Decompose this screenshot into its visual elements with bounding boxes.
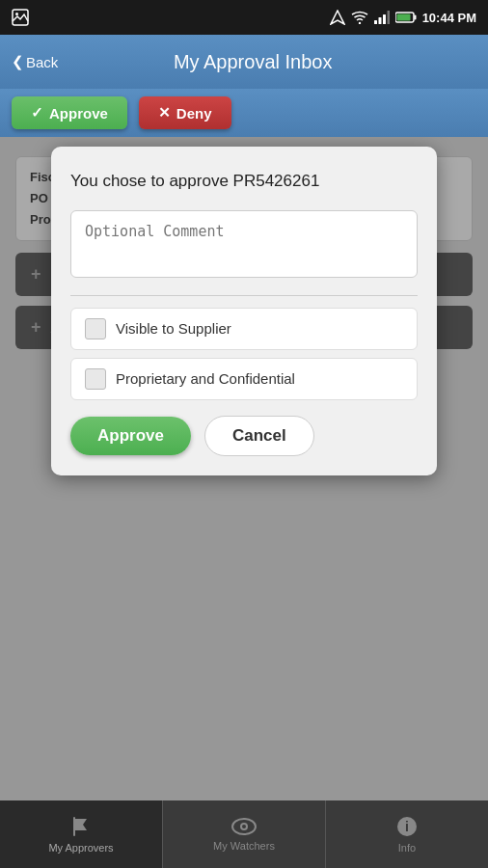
tab-my-watchers-label: My Watchers <box>213 840 275 852</box>
approval-modal: You chose to approve PR5426261 Visible t… <box>51 147 437 475</box>
chevron-left-icon <box>12 53 24 70</box>
flag-icon <box>69 815 93 838</box>
approve-top-label: Approve <box>49 105 108 122</box>
header: Back My Approval Inbox <box>0 35 488 89</box>
svg-text:i: i <box>405 819 409 834</box>
svg-rect-10 <box>396 14 410 21</box>
tab-info-label: Info <box>398 842 416 854</box>
cancel-modal-button[interactable]: Cancel <box>204 416 314 456</box>
approve-modal-button[interactable]: Approve <box>70 417 191 455</box>
page-title: My Approval Inbox <box>68 51 438 73</box>
tab-info[interactable]: i Info <box>326 800 488 868</box>
signal-icon <box>374 11 390 24</box>
battery-icon <box>395 12 417 23</box>
svg-rect-4 <box>374 20 377 24</box>
svg-rect-9 <box>414 15 416 20</box>
comment-input[interactable] <box>70 210 418 278</box>
deny-top-label: Deny <box>176 105 212 122</box>
svg-rect-7 <box>387 11 390 24</box>
cancel-modal-label: Cancel <box>232 426 286 445</box>
svg-point-13 <box>242 825 246 828</box>
modal-actions: Approve Cancel <box>70 416 418 456</box>
svg-point-3 <box>358 22 360 24</box>
svg-rect-6 <box>383 14 386 24</box>
deny-top-button[interactable]: Deny <box>139 96 231 129</box>
svg-rect-5 <box>378 17 381 24</box>
tab-my-approvers-label: My Approvers <box>48 842 113 854</box>
tab-bar: My Approvers My Watchers i Info <box>0 800 488 868</box>
tab-my-approvers[interactable]: My Approvers <box>0 800 163 868</box>
back-label: Back <box>26 54 58 70</box>
status-bar-right: 10:44 PM <box>330 10 476 25</box>
modal-overlay: You chose to approve PR5426261 Visible t… <box>0 137 488 800</box>
proprietary-confidential-row[interactable]: Proprietary and Confidential <box>70 358 418 400</box>
eye-icon <box>230 817 258 836</box>
time-display: 10:44 PM <box>422 11 476 25</box>
back-button[interactable]: Back <box>12 53 58 70</box>
tab-my-watchers[interactable]: My Watchers <box>163 800 326 868</box>
approve-top-button[interactable]: Approve <box>12 96 127 129</box>
xmark-icon <box>158 104 171 122</box>
approve-modal-label: Approve <box>97 426 164 445</box>
info-icon: i <box>395 815 419 838</box>
modal-message: You chose to approve PR5426261 <box>70 170 418 193</box>
status-bar-left <box>12 9 29 26</box>
status-bar: 10:44 PM <box>0 0 488 35</box>
proprietary-confidential-label: Proprietary and Confidential <box>116 370 295 387</box>
visible-to-supplier-label: Visible to Supplier <box>116 320 231 337</box>
visible-to-supplier-checkbox[interactable] <box>85 318 106 339</box>
wifi-icon <box>351 11 368 24</box>
navigation-icon <box>330 10 345 25</box>
main-content: Fiscal Year: 2015 PO Category: R01 Procu… <box>0 137 488 800</box>
proprietary-confidential-checkbox[interactable] <box>85 368 106 390</box>
checkmark-icon <box>31 104 43 122</box>
svg-marker-2 <box>331 11 344 24</box>
image-icon <box>12 9 29 26</box>
modal-divider <box>70 295 418 296</box>
svg-point-1 <box>15 13 18 15</box>
action-row: Approve Deny <box>0 89 488 137</box>
visible-to-supplier-row[interactable]: Visible to Supplier <box>70 308 418 350</box>
